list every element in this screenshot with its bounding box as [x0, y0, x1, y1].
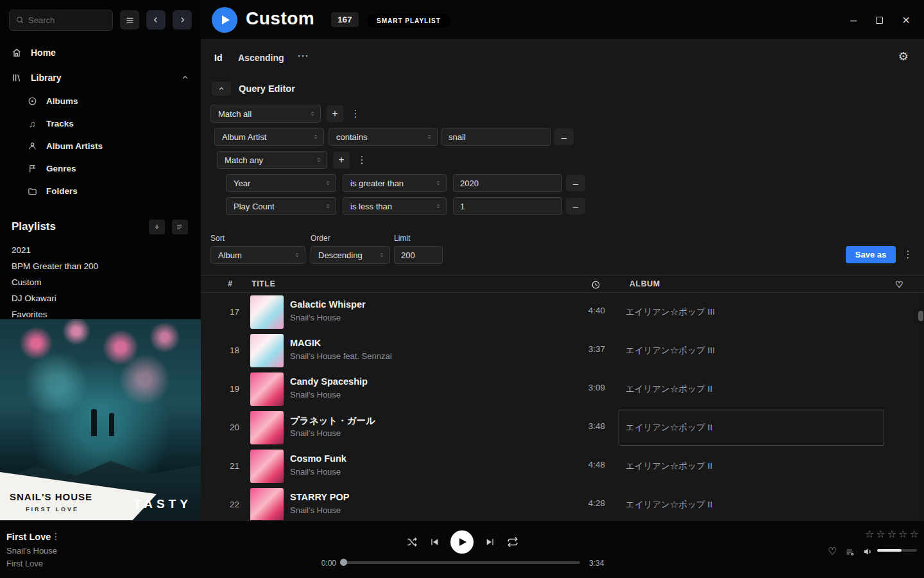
- nav-forward-button[interactable]: [173, 10, 192, 30]
- play-playlist-button[interactable]: [212, 7, 237, 33]
- track-artist: Snail's House: [290, 467, 341, 477]
- sidebar-item-folders[interactable]: Folders: [0, 180, 201, 202]
- sort-order-button[interactable]: Ascending: [238, 53, 284, 63]
- more-options-button[interactable]: ⋯: [297, 49, 309, 63]
- order-select[interactable]: Descending: [311, 246, 390, 264]
- track-duration: 4:48: [560, 460, 605, 469]
- select-value: Play Count: [234, 202, 275, 211]
- scrollbar-thumb[interactable]: [918, 311, 923, 321]
- play-icon: [222, 15, 230, 24]
- previous-button[interactable]: [429, 537, 440, 547]
- now-playing-artwork[interactable]: SNAIL'S HOUSE FIRST LOVE TASTY: [0, 319, 201, 520]
- sidebar-item-tracks[interactable]: ♫ Tracks: [0, 112, 201, 135]
- chevron-up-icon[interactable]: [181, 73, 189, 82]
- sidebar-item-album-artists[interactable]: Album Artists: [0, 135, 201, 157]
- rule-value-input[interactable]: [453, 174, 562, 192]
- playlist-item[interactable]: 2021: [0, 242, 201, 258]
- rule-menu-button[interactable]: ⋮: [349, 105, 362, 122]
- next-button[interactable]: [485, 537, 495, 547]
- menu-button[interactable]: [120, 10, 139, 30]
- sidebar-item-albums[interactable]: Albums: [0, 90, 201, 112]
- sidebar-item-label: Folders: [46, 186, 78, 196]
- volume-slider[interactable]: [877, 549, 917, 552]
- sidebar-item-home[interactable]: Home: [0, 40, 201, 65]
- home-icon: [12, 48, 22, 58]
- favorite-column-heart-icon[interactable]: ♡: [895, 279, 903, 290]
- star-icon[interactable]: ☆: [865, 528, 874, 540]
- sidebar-item-genres[interactable]: Genres: [0, 157, 201, 180]
- search-input[interactable]: [28, 15, 99, 25]
- rule-field-select[interactable]: Album Artist: [214, 128, 324, 146]
- playlist-item[interactable]: DJ Okawari: [0, 290, 201, 306]
- shuffle-button[interactable]: [406, 536, 418, 548]
- group-add-rule-button[interactable]: +: [333, 152, 350, 168]
- artist-icon: [27, 141, 37, 151]
- column-title[interactable]: TITLE: [252, 279, 275, 288]
- hamburger-icon: [125, 15, 135, 25]
- seek-handle[interactable]: [340, 559, 347, 566]
- page-title: Custom: [246, 8, 314, 29]
- table-row[interactable]: 18 MAGIK Snail's House feat. Sennzai 3:3…: [201, 331, 924, 370]
- track-album-focused-cell[interactable]: エイリアン☆ポップ II: [619, 410, 884, 446]
- rule-field-select[interactable]: Play Count: [226, 197, 336, 215]
- select-value: Match all: [218, 109, 252, 119]
- column-index[interactable]: #: [228, 279, 232, 288]
- scrollbar-track[interactable]: [918, 293, 923, 520]
- rule-operator-select[interactable]: is greater than: [343, 174, 447, 192]
- track-artist: Snail's House: [290, 505, 341, 515]
- repeat-button[interactable]: [507, 536, 518, 548]
- star-icon[interactable]: ☆: [909, 528, 918, 540]
- group-menu-button[interactable]: ⋮: [355, 152, 368, 168]
- add-playlist-button[interactable]: +: [149, 220, 165, 234]
- column-album[interactable]: ALBUM: [629, 279, 660, 288]
- remove-rule-button[interactable]: –: [566, 198, 585, 215]
- table-row[interactable]: 17 Galactic Whisper Snail's House 4:40 エ…: [201, 293, 924, 331]
- table-row[interactable]: 19 Candy Spaceship Snail's House 3:09 エイ…: [201, 370, 924, 408]
- gear-icon[interactable]: ⚙: [898, 49, 909, 64]
- playlist-item[interactable]: Custom: [0, 274, 201, 290]
- playlist-item[interactable]: BPM Greater than 200: [0, 258, 201, 274]
- search-box[interactable]: [9, 10, 113, 31]
- remove-rule-button[interactable]: –: [554, 128, 574, 145]
- star-icon[interactable]: ☆: [887, 528, 896, 540]
- add-rule-button[interactable]: +: [327, 105, 343, 122]
- save-as-button[interactable]: Save as: [846, 246, 896, 263]
- table-row[interactable]: 20 プラネット・ガール Snail's House 3:48 エイリアン☆ポッ…: [201, 408, 924, 447]
- rule-value-input[interactable]: [441, 128, 551, 146]
- rule-field-select[interactable]: Year: [226, 174, 336, 192]
- sort-select[interactable]: Album: [210, 246, 305, 264]
- group-match-type-select[interactable]: Match any: [217, 151, 327, 169]
- nav-back-button[interactable]: [146, 10, 166, 30]
- limit-input[interactable]: [394, 246, 443, 264]
- save-menu-button[interactable]: ⋮: [902, 246, 914, 263]
- rule-operator-select[interactable]: is less than: [343, 197, 447, 215]
- star-icon[interactable]: ☆: [898, 528, 907, 540]
- sidebar-item-label: Albums: [46, 96, 78, 106]
- table-row[interactable]: 22 STARRY POP Snail's House 4:28 エイリアン☆ポ…: [201, 486, 924, 520]
- window-maximize-button[interactable]: [876, 17, 883, 24]
- list-icon: [176, 223, 184, 231]
- window-minimize-button[interactable]: –: [850, 14, 857, 26]
- sidebar-item-label: Tracks: [46, 119, 74, 128]
- track-album: エイリアン☆ポップ II: [619, 448, 884, 484]
- duration-column-clock-icon[interactable]: [591, 280, 601, 292]
- rule-value-input[interactable]: [453, 197, 562, 215]
- seek-bar[interactable]: [344, 561, 580, 564]
- volume-icon[interactable]: [862, 547, 873, 557]
- favorite-heart-icon[interactable]: ♡: [828, 545, 837, 557]
- match-type-select[interactable]: Match all: [210, 105, 321, 123]
- star-icon[interactable]: ☆: [876, 528, 885, 540]
- queue-icon[interactable]: [845, 547, 855, 557]
- album-thumbnail: [250, 334, 284, 367]
- table-row[interactable]: 21 Cosmo Funk Snail's House 4:48 エイリアン☆ポ…: [201, 447, 924, 486]
- query-editor-collapse-button[interactable]: [212, 82, 231, 96]
- now-playing-menu-button[interactable]: ⋮: [51, 531, 60, 541]
- window-close-button[interactable]: ×: [902, 13, 910, 26]
- remove-rule-button[interactable]: –: [566, 175, 585, 191]
- sort-field-button[interactable]: Id: [214, 53, 222, 63]
- table-header: # TITLE ALBUM ♡: [201, 275, 924, 293]
- sidebar-item-library[interactable]: Library: [0, 65, 201, 90]
- play-pause-button[interactable]: [450, 530, 474, 554]
- rule-operator-select[interactable]: contains: [329, 128, 438, 146]
- playlist-list-button[interactable]: [172, 220, 188, 234]
